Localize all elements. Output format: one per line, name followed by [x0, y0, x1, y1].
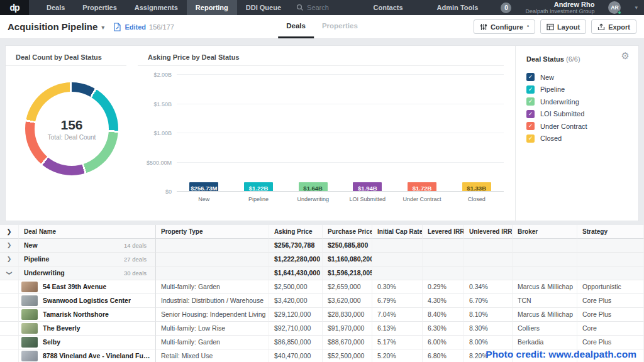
nav-item-admin-tools[interactable]: Admin Tools: [428, 4, 487, 11]
checkbox-pipeline[interactable]: ✓: [526, 85, 535, 94]
collapse-chevron-icon[interactable]: ❯: [0, 266, 19, 280]
bar-pipeline[interactable]: $1.22B: [244, 182, 273, 192]
expand-chevron-icon[interactable]: ❯: [0, 239, 19, 253]
row-chevron-cell: [0, 308, 19, 322]
table-row[interactable]: SelbyMulti-family: Garden$86,850,000$88,…: [0, 336, 644, 349]
avatar[interactable]: AR: [608, 1, 621, 14]
column-header-initial-cap-rate[interactable]: Initial Cap Rate: [372, 225, 423, 239]
deal-name[interactable]: Tamarisk Northshore: [43, 308, 109, 321]
edited-status[interactable]: Edited 156/177: [113, 23, 174, 31]
deal-name[interactable]: 54 East 39th Avenue: [43, 280, 106, 293]
layout-button[interactable]: Layout: [540, 19, 586, 34]
table-row[interactable]: 54 East 39th AvenueMulti-family: Garden$…: [0, 280, 644, 294]
expand-all-chevron-icon[interactable]: ❯: [0, 225, 19, 239]
checkbox-under-contract[interactable]: ✓: [526, 122, 535, 130]
deal-initial-cap-rate: 7.04%: [372, 308, 423, 322]
deal-name-cell: Selby: [19, 336, 156, 349]
gear-icon[interactable]: ⚙: [621, 50, 630, 62]
bar-loi-submitted[interactable]: $1.94B: [353, 182, 382, 192]
nav-item-assignments[interactable]: Assignments: [126, 0, 187, 15]
legend-item-underwriting[interactable]: ✓Underwriting: [516, 96, 638, 108]
bar-section: Asking Price by Deal Status $2.00B$1.50B…: [138, 46, 515, 221]
bar-closed[interactable]: $1.33B: [462, 182, 491, 192]
group-empty-cell: [372, 253, 423, 266]
deal-name[interactable]: The Beverly: [43, 322, 80, 335]
bar-new[interactable]: $256.73M: [189, 182, 218, 192]
legend-item-loi-submitted[interactable]: ✓LOI Submitted: [516, 108, 638, 121]
bar-column-under-contract: $1.72B: [395, 182, 450, 192]
deal-thumbnail: [21, 351, 38, 361]
deal-name[interactable]: Selby: [43, 336, 60, 349]
title-caret-icon[interactable]: ▾: [101, 24, 104, 31]
configure-button[interactable]: Configure*: [474, 19, 535, 34]
checkbox-underwriting[interactable]: ✓: [526, 97, 535, 106]
column-header-levered-irr[interactable]: Levered IRR: [423, 225, 464, 239]
deal-name[interactable]: Swanwood Logistics Center: [43, 294, 131, 307]
nav-item-reporting[interactable]: Reporting: [187, 0, 237, 15]
nav-item-properties[interactable]: Properties: [74, 0, 125, 15]
legend-item-new[interactable]: ✓New: [516, 71, 638, 84]
notification-badge[interactable]: 0: [501, 3, 511, 13]
column-header-asking-price[interactable]: Asking Price: [269, 225, 323, 239]
group-empty-cell: [372, 239, 423, 253]
nav-item-deals[interactable]: Deals: [38, 0, 74, 15]
export-button[interactable]: Export: [591, 19, 636, 34]
checkbox-new[interactable]: ✓: [526, 73, 535, 81]
nav-right-items: ContactsAdmin Tools: [365, 4, 487, 11]
table-row[interactable]: The BeverlyMulti-family: Low Rise$92,710…: [0, 322, 644, 336]
donut-chart[interactable]: 156 Total: Deal Count: [25, 82, 118, 175]
bar-column-closed: $1.33B: [449, 182, 504, 192]
table-row[interactable]: Tamarisk NorthshoreSenior Housing: Indep…: [0, 308, 644, 322]
deal-levered-irr: 6.80%: [423, 349, 464, 362]
bar-underwriting[interactable]: $1.64B: [299, 182, 328, 192]
legend-item-under-contract[interactable]: ✓Under Contract: [516, 120, 638, 133]
group-asking-price: $1,641,430,000: [269, 266, 323, 280]
legend-item-closed[interactable]: ✓Closed: [516, 133, 638, 145]
tab-properties[interactable]: Properties: [314, 15, 366, 38]
nav-item-contacts[interactable]: Contacts: [365, 4, 412, 11]
column-header-unlevered-irr[interactable]: Unlevered IRR: [464, 225, 513, 239]
deal-broker: Marcus & Millichap: [513, 308, 577, 322]
table-row[interactable]: Swanwood Logistics CenterIndustrial: Dis…: [0, 294, 644, 308]
checkbox-closed[interactable]: ✓: [526, 134, 535, 143]
deal-purchase-price: $2,659,000: [323, 280, 372, 294]
column-header-deal-name[interactable]: Deal Name: [19, 225, 156, 239]
nav-left-items: DealsPropertiesAssignmentsReportingDDI Q…: [38, 0, 290, 15]
avatar-initials: AR: [611, 4, 618, 11]
deal-asking-price: $92,710,000: [269, 322, 323, 336]
search-input[interactable]: [307, 4, 356, 11]
user-menu-caret-icon[interactable]: ▾: [635, 4, 638, 11]
deal-asking-price: $40,470,000: [269, 349, 323, 362]
user-org: Dealpath Investment Group: [525, 8, 594, 14]
group-row-new[interactable]: ❯New14 deals$256,730,788$250,685,800: [0, 239, 644, 253]
deal-asking-price: $86,850,000: [269, 336, 323, 349]
column-header-broker[interactable]: Broker: [513, 225, 577, 239]
bar-chart-title: Asking Price by Deal Status: [138, 46, 504, 66]
search-box[interactable]: [296, 0, 356, 15]
group-purchase-price: $1,160,080,200: [323, 253, 372, 266]
deal-property-type: Retail: Mixed Use: [156, 349, 269, 362]
legend-label: Underwriting: [540, 98, 579, 106]
column-header-purchase-price[interactable]: Purchase Price: [323, 225, 372, 239]
checkbox-loi-submitted[interactable]: ✓: [526, 110, 535, 118]
charts-card: Deal Count by Deal Status 156 Total: Dea…: [5, 45, 639, 221]
group-property-type: [156, 266, 269, 280]
deal-strategy: Core Plus: [577, 294, 644, 308]
bar-under-contract[interactable]: $1.72B: [408, 182, 436, 192]
deal-name[interactable]: 8788 Vineland Ave - Vineland Fuel Stat..…: [43, 349, 150, 362]
column-header-strategy[interactable]: Strategy: [577, 225, 644, 239]
legend-item-pipeline[interactable]: ✓Pipeline: [516, 84, 638, 96]
user-block[interactable]: Andrew Rho Dealpath Investment Group: [525, 1, 594, 15]
deal-property-type: Industrial: Distribution / Warehouse: [156, 294, 269, 308]
row-chevron-cell: [0, 336, 19, 349]
nav-item-ddi-queue[interactable]: DDI Queue: [237, 0, 290, 15]
bar-chart: $2.00B$1.50B$1.00B$500.00M$0 $256.73M$1.…: [142, 75, 504, 202]
tab-deals[interactable]: Deals: [278, 15, 314, 38]
group-row-underwriting[interactable]: ❯Underwriting30 deals$1,641,430,000$1,59…: [0, 266, 644, 280]
column-header-property-type[interactable]: Property Type: [156, 225, 269, 239]
dealpath-logo[interactable]: dp: [0, 0, 29, 15]
deal-property-type: Multi-family: Garden: [156, 336, 269, 349]
group-row-pipeline[interactable]: ❯Pipeline27 deals$1,222,280,000$1,160,08…: [0, 253, 644, 266]
expand-chevron-icon[interactable]: ❯: [0, 253, 19, 266]
page-title[interactable]: Acquisition Pipeline: [8, 21, 97, 32]
